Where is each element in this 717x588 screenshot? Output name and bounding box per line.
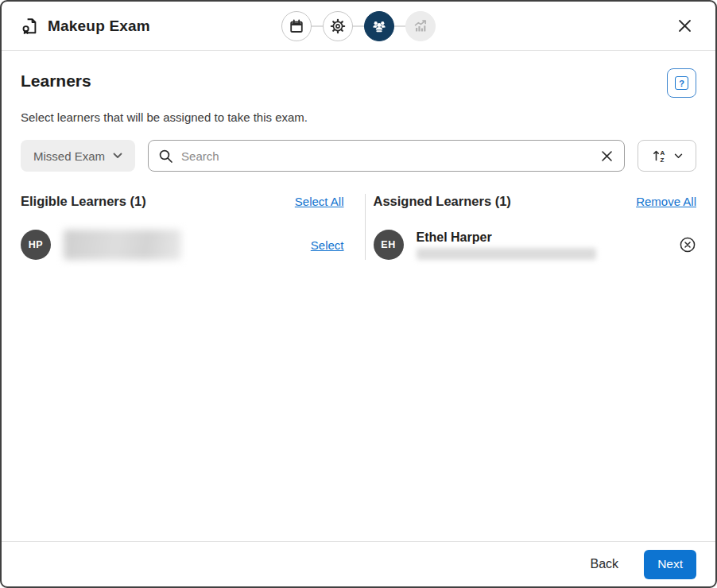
clear-search-button[interactable] (599, 149, 614, 164)
help-button[interactable]: ? (667, 68, 696, 98)
search-input[interactable] (181, 149, 591, 163)
learner-name: Ethel Harper (417, 230, 596, 245)
assigned-header-row: Assigned Learners (1) Remove All (374, 194, 697, 209)
modal-footer: Back Next (2, 541, 715, 586)
redacted-learner-name (64, 230, 181, 260)
people-icon (370, 17, 388, 35)
step-schedule[interactable] (281, 11, 312, 41)
assigned-learners-column: Assigned Learners (1) Remove All EH Ethe… (366, 194, 697, 260)
step-connector (394, 25, 405, 27)
step-connector (312, 25, 323, 27)
assigned-learner-row: EH Ethel Harper (374, 230, 697, 260)
learner-columns: Eligible Learners (1) Select All HP Sele… (21, 194, 696, 260)
avatar: EH (374, 230, 404, 260)
select-all-link[interactable]: Select All (295, 195, 344, 208)
step-settings[interactable] (323, 11, 353, 41)
filter-label: Missed Exam (33, 149, 105, 163)
remove-learner-button[interactable] (679, 236, 696, 253)
modal-title-wrap: Makeup Exam (21, 17, 150, 36)
calendar-icon (289, 18, 304, 34)
sort-az-icon: A Z (652, 148, 668, 164)
modal-title: Makeup Exam (48, 17, 150, 35)
heading-row: Learners ? (21, 68, 696, 98)
step-learners[interactable] (364, 11, 394, 41)
assigned-learners-header: Assigned Learners (1) (374, 194, 511, 209)
gear-icon (330, 18, 346, 34)
avatar: HP (21, 230, 51, 260)
eligible-header-row: Eligible Learners (1) Select All (21, 194, 344, 209)
clear-x-icon (601, 150, 613, 162)
close-icon (678, 19, 692, 33)
missed-exam-filter-dropdown[interactable]: Missed Exam (21, 140, 135, 172)
learner-name-stack: Ethel Harper (417, 230, 596, 260)
chevron-down-icon (674, 153, 683, 159)
page-description: Select learners that will be assigned to… (21, 110, 696, 124)
svg-text:Z: Z (660, 157, 664, 164)
back-button[interactable]: Back (591, 557, 619, 571)
circle-x-icon (679, 236, 696, 253)
eligible-learner-row: HP Select (21, 230, 344, 260)
question-mark-icon: ? (675, 76, 688, 90)
modal-header: Makeup Exam (2, 2, 715, 51)
close-button[interactable] (672, 14, 696, 38)
certificate-document-icon (21, 17, 40, 36)
filter-search-row: Missed Exam (21, 140, 696, 172)
step-results (405, 11, 436, 41)
eligible-learners-column: Eligible Learners (1) Select All HP Sele… (21, 194, 365, 260)
learners-step-content: Learners ? Select learners that will be … (2, 51, 715, 541)
step-connector (353, 25, 364, 27)
next-button[interactable]: Next (644, 550, 696, 579)
remove-all-link[interactable]: Remove All (636, 195, 696, 208)
redacted-learner-detail (417, 248, 596, 260)
eligible-learners-header: Eligible Learners (1) (21, 194, 146, 209)
select-learner-link[interactable]: Select (311, 238, 344, 252)
makeup-exam-modal: Makeup Exam (0, 0, 717, 588)
sort-dropdown-button[interactable]: A Z (638, 140, 696, 172)
search-icon (158, 149, 173, 164)
wizard-stepper (281, 11, 436, 41)
chart-icon (413, 18, 428, 34)
chevron-down-icon (113, 153, 122, 159)
search-box (148, 140, 625, 172)
page-title: Learners (21, 68, 91, 91)
